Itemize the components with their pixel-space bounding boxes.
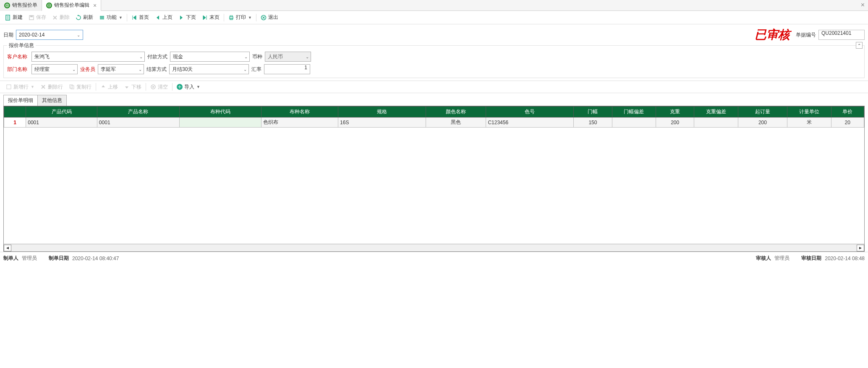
next-icon (178, 15, 184, 21)
customer-combo[interactable]: 朱鸿飞 ⌄ (31, 52, 145, 62)
customer-value: 朱鸿飞 (34, 53, 50, 60)
cell-width-dev[interactable] (612, 117, 656, 128)
cell-rownum[interactable]: 1 (4, 117, 26, 128)
chevron-down-icon: ⌄ (244, 55, 248, 59)
add-row-button: 新增行 ▼ (3, 83, 37, 91)
exit-button[interactable]: 退出 (258, 13, 281, 22)
close-all-icon[interactable]: × (861, 1, 865, 9)
col-product-code[interactable]: 产品代码 (26, 107, 97, 117)
dept-label: 部门名称 (7, 66, 29, 73)
doc-no-value: QU20021401 (821, 30, 851, 36)
add-row-icon (6, 84, 12, 90)
table-row[interactable]: 1 0001 0001 色织布 16S 黑色 C123456 150 200 2… (4, 117, 864, 128)
prev-page-button[interactable]: 上页 (152, 13, 175, 22)
import-button[interactable]: 导入 ▼ (174, 83, 203, 91)
cell-fabric-name[interactable]: 色织布 (261, 117, 338, 128)
cell-fabric-code[interactable] (179, 117, 261, 128)
close-icon[interactable]: × (93, 2, 97, 9)
form-title: 报价单信息 (7, 42, 36, 49)
separator (224, 14, 224, 21)
scroll-left-icon[interactable]: ◄ (4, 245, 11, 251)
col-fabric-code[interactable]: 布种代码 (179, 107, 261, 117)
del-row-button: 删除行 (38, 83, 65, 91)
chevron-down-icon: ▼ (31, 85, 34, 89)
settle-label: 结算方式 (146, 66, 167, 73)
col-rownum[interactable] (4, 107, 26, 117)
cell-product-name[interactable]: 0001 (97, 117, 179, 128)
cell-color-no[interactable]: C123456 (486, 117, 574, 128)
dept-combo[interactable]: 经理室 ⌄ (31, 64, 78, 74)
cell-price[interactable]: 20 (831, 117, 864, 128)
col-product-name[interactable]: 产品名称 (97, 107, 179, 117)
date-label: 日期 (3, 31, 13, 39)
prev-icon (155, 15, 161, 21)
col-weight[interactable]: 克重 (656, 107, 694, 117)
tab-sales-quote-edit[interactable]: 销售报价单编辑 × (42, 0, 101, 11)
detail-tabs: 报价单明细 其他信息 (0, 93, 868, 106)
row-toolbar: 新增行 ▼ 删除行 复制行 上移 下移 清空 导入 ▼ (0, 81, 868, 93)
cell-color-name[interactable]: 黑色 (426, 117, 486, 128)
payment-combo[interactable]: 现金 ⌄ (170, 52, 250, 62)
function-button[interactable]: 功能 ▼ (97, 13, 125, 22)
currency-label: 币种 (252, 53, 262, 60)
tab-sales-quote[interactable]: 销售报价单 (0, 0, 42, 11)
first-page-button[interactable]: 首页 (129, 13, 152, 22)
next-page-button[interactable]: 下页 (176, 13, 199, 22)
col-width-dev[interactable]: 门幅偏差 (612, 107, 656, 117)
grid-empty-area (4, 128, 864, 244)
col-color-no[interactable]: 色号 (486, 107, 574, 117)
separator (96, 83, 96, 91)
col-uom[interactable]: 计量单位 (787, 107, 831, 117)
col-spec[interactable]: 规格 (338, 107, 426, 117)
copy-row-button: 复制行 (66, 83, 94, 91)
grid: 产品代码 产品名称 布种代码 布种名称 规格 颜色名称 色号 门幅 门幅偏差 克… (3, 106, 865, 252)
last-icon (202, 15, 208, 21)
cell-product-code[interactable]: 0001 (26, 117, 97, 128)
chevron-down-icon: ⌄ (139, 55, 143, 59)
separator (127, 14, 127, 21)
col-fabric-name[interactable]: 布种名称 (261, 107, 338, 117)
audit-stamp: 已审核 (755, 27, 790, 43)
col-weight-dev[interactable]: 克重偏差 (694, 107, 738, 117)
col-price[interactable]: 单价 (831, 107, 864, 117)
salesman-combo[interactable]: 李延军 ⌄ (98, 64, 144, 74)
tab-detail[interactable]: 报价单明细 (3, 95, 38, 106)
create-date-value: 2020-02-14 08:40:47 (72, 256, 119, 261)
print-button[interactable]: 打印 ▼ (226, 13, 254, 22)
last-page-button[interactable]: 末页 (199, 13, 222, 22)
separator (256, 14, 256, 21)
col-moq[interactable]: 起订量 (738, 107, 787, 117)
col-width[interactable]: 门幅 (574, 107, 612, 117)
cell-width[interactable]: 150 (574, 117, 612, 128)
clear-icon (150, 84, 156, 90)
scroll-track[interactable] (11, 245, 857, 251)
refresh-button[interactable]: 刷新 (73, 13, 96, 22)
collapse-icon[interactable]: ⌃ (856, 42, 863, 49)
grid-header-row: 产品代码 产品名称 布种代码 布种名称 规格 颜色名称 色号 门幅 门幅偏差 克… (4, 107, 864, 117)
scroll-right-icon[interactable]: ► (857, 245, 864, 251)
settle-combo[interactable]: 月结30天 ⌄ (169, 64, 249, 74)
cell-uom[interactable]: 米 (787, 117, 831, 128)
rate-input[interactable]: 1 (264, 64, 310, 74)
chevron-down-icon: ⌄ (72, 67, 76, 72)
arrow-up-icon (100, 84, 106, 90)
cell-moq[interactable]: 200 (738, 117, 787, 128)
delete-button: 删除 (50, 13, 72, 22)
cell-weight-dev[interactable] (694, 117, 738, 128)
tab-label: 销售报价单编辑 (54, 2, 89, 9)
rate-value: 1 (304, 65, 307, 70)
chevron-down-icon: ▼ (248, 16, 252, 20)
tab-other[interactable]: 其他信息 (37, 95, 67, 106)
chevron-down-icon: ⌄ (243, 67, 247, 72)
cell-weight[interactable]: 200 (656, 117, 694, 128)
date-input[interactable]: 2020-02-14 ⌄ (16, 30, 83, 40)
date-value: 2020-02-14 (19, 32, 44, 38)
globe-icon (46, 3, 52, 8)
save-button: 保存 (26, 13, 49, 22)
chevron-down-icon: ⌄ (77, 33, 80, 37)
new-button[interactable]: 新建 (3, 13, 25, 22)
cell-spec[interactable]: 16S (338, 117, 426, 128)
horizontal-scrollbar[interactable]: ◄ ► (4, 244, 864, 251)
col-color-name[interactable]: 颜色名称 (426, 107, 486, 117)
doc-no-input[interactable]: QU20021401 (818, 30, 865, 40)
